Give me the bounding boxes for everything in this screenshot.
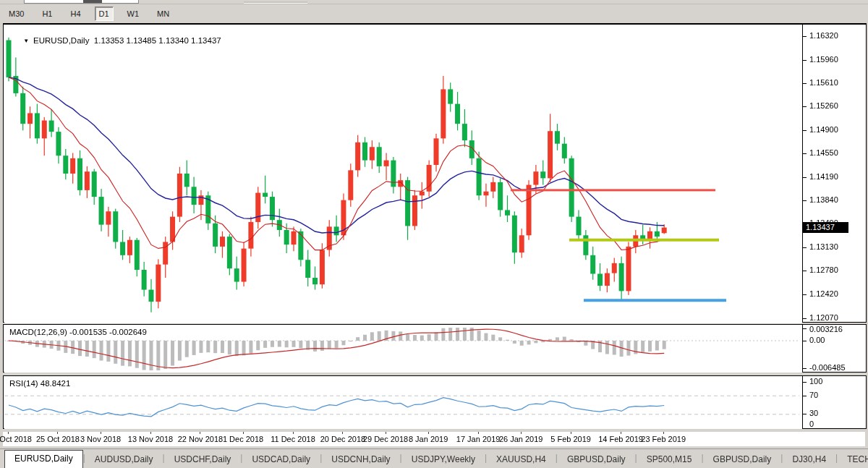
toolbar-fragment-line [244, 1, 307, 4]
chart-symbol-label: EURUSD,Daily [33, 36, 89, 45]
date-tick-mark [663, 432, 664, 434]
rsi-axis[interactable]: 10070300 [4, 376, 866, 428]
price-tick-mark [802, 36, 807, 37]
mt4-window: M30H1H4D1W1MN ▼EURUSD,Daily 1.13353 1.13… [0, 0, 868, 468]
timeframe-button-m30[interactable]: M30 [4, 7, 28, 21]
chart-tab-gbpusd-daily-2[interactable]: GBPUSD,Daily [704, 451, 781, 468]
chart-tab-gbpusd-daily[interactable]: GBPUSD,Daily [558, 451, 635, 468]
date-tick-mark [521, 432, 522, 434]
price-tick-label: 1.15960 [809, 55, 838, 64]
price-tick-label: 1.16320 [809, 31, 838, 40]
date-tick-mark [150, 432, 151, 434]
rsi-tick-label: 100 [809, 377, 822, 386]
chart-ohlc-label: 1.13353 1.13485 1.13340 1.13437 [94, 36, 221, 45]
price-tick-mark [802, 153, 807, 154]
macd-tick-mark [802, 328, 807, 329]
price-tick-label: 1.14190 [809, 172, 838, 181]
date-tick-mark [57, 432, 58, 434]
date-tick-mark [342, 432, 343, 434]
price-tick-mark [802, 318, 807, 319]
rsi-tick-mark [802, 396, 807, 396]
price-tick-mark [802, 83, 807, 84]
chart-tab-xauusd-h4[interactable]: XAUUSD,H4 [487, 451, 556, 468]
date-tick-mark [571, 432, 571, 434]
price-tick-mark [802, 294, 807, 295]
macd-tick-mark [802, 341, 807, 341]
price-chart-panel: ▼EURUSD,Daily 1.13353 1.13485 1.13340 1.… [3, 23, 867, 323]
chart-tab-sp500-m15[interactable]: SP500,M15 [637, 451, 702, 468]
price-tick-label: 1.13840 [809, 195, 838, 204]
rsi-tick-mark [802, 414, 807, 414]
rsi-panel: RSI(14) 48.8421 10070300 [3, 375, 867, 429]
chart-tab-audusd-daily[interactable]: AUDUSD,Daily [85, 451, 163, 468]
price-tick-label: 1.13130 [809, 242, 838, 251]
chart-tab-dj30-h4[interactable]: DJ30,H4 [783, 451, 835, 468]
price-tick-label: 1.12420 [809, 289, 838, 298]
date-tick-mark [428, 432, 429, 434]
chart-dropdown-icon[interactable]: ▼ [23, 38, 29, 44]
price-tick-mark [802, 130, 807, 131]
price-tick-mark [802, 60, 807, 61]
rsi-label: RSI(14) 48.8421 [9, 379, 70, 388]
macd-tick-mark [802, 368, 807, 369]
chart-tab-eurusd-daily[interactable]: EURUSD,Daily [4, 450, 83, 468]
timeframe-button-mn[interactable]: MN [153, 7, 174, 21]
price-tick-label: 1.14900 [809, 125, 838, 134]
rsi-tick-label: 70 [809, 391, 818, 399]
toolbar-fragment [24, 0, 139, 4]
price-tick-label: 1.15260 [809, 101, 838, 110]
price-tick-label: 1.12780 [809, 265, 838, 274]
rsi-tick-label: 30 [809, 409, 818, 417]
current-price-tag: 1.13437 [802, 222, 848, 233]
timeframe-button-d1[interactable]: D1 [95, 7, 114, 21]
chart-header: ▼EURUSD,Daily 1.13353 1.13485 1.13340 1.… [9, 27, 221, 54]
date-tick-mark [293, 432, 294, 434]
macd-tick-label: 0.00 [809, 336, 825, 344]
price-tick-mark [802, 247, 807, 248]
price-tick-label: 1.15610 [809, 78, 838, 87]
price-tick-label: 1.12070 [809, 313, 838, 322]
macd-panel: MACD(12,26,9) -0.001535 -0.002649 0.0032… [3, 324, 867, 373]
macd-tick-label: 0.003216 [809, 325, 843, 333]
date-tick-label: 23 Feb 2019 [634, 435, 692, 443]
rsi-tick-mark [802, 382, 807, 383]
chart-tab-tech100-h[interactable]: TECH100,H [838, 451, 868, 468]
rsi-tick-label: 0 [809, 420, 814, 428]
timeframe-button-h4[interactable]: H4 [66, 7, 85, 21]
macd-label: MACD(12,26,9) -0.001535 -0.002649 [9, 328, 147, 336]
chart-tab-usdcad-daily[interactable]: USDCAD,Daily [242, 451, 320, 468]
price-tick-mark [802, 106, 807, 107]
date-tick-mark [101, 432, 101, 434]
timeframe-button-w1[interactable]: W1 [123, 7, 144, 21]
price-tick-mark [802, 200, 807, 201]
price-axis[interactable]: 1.163201.159601.156101.152601.149001.145… [4, 25, 866, 322]
price-tick-mark [802, 271, 807, 271]
price-tick-mark [802, 177, 807, 178]
chart-tab-usdcnh-daily[interactable]: USDCNH,Daily [322, 451, 399, 468]
date-tick-mark [386, 432, 386, 434]
date-tick-mark [200, 432, 200, 434]
price-tick-label: 1.14550 [809, 148, 838, 157]
chart-tab-usdchf-daily[interactable]: USDCHF,Daily [165, 451, 241, 468]
toolbar-fragment-dark [83, 0, 102, 3]
date-tick-mark [621, 432, 621, 434]
date-tick-mark [478, 432, 479, 434]
date-axis[interactable]: 16 Oct 201825 Oct 20183 Nov 201813 Nov 2… [3, 432, 865, 446]
date-tick-mark [243, 432, 244, 434]
timeframe-button-h1[interactable]: H1 [38, 7, 56, 21]
macd-tick-label: -0.006485 [809, 363, 846, 372]
timeframe-toolbar: M30H1H4D1W1MN [0, 4, 868, 23]
rsi-tick-mark [802, 428, 807, 429]
chart-tab-usdjpy-weekly[interactable]: USDJPY,Weekly [402, 451, 485, 468]
chart-tab-bar: EURUSD,Daily|AUDUSD,Daily|USDCHF,Daily|U… [0, 448, 868, 468]
date-tick-mark [8, 432, 9, 434]
